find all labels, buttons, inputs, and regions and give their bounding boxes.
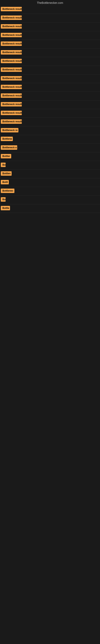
result-row: Bottleneck result (0, 48, 100, 57)
result-row: Bottlene (0, 135, 100, 144)
result-row: Bottleneck result (0, 40, 100, 48)
result-row: Bottleneck result (0, 31, 100, 40)
result-row: Bottlen (0, 170, 100, 178)
bottleneck-result-badge[interactable]: Bottleneck result (1, 76, 22, 80)
bottleneck-result-badge[interactable]: Bottleneck result (1, 102, 22, 106)
result-row: Bottleneck re (0, 126, 100, 135)
result-row: Bottleneck result (0, 109, 100, 118)
bottleneck-result-badge[interactable]: Bo (1, 162, 6, 167)
bottleneck-result-badge[interactable]: Bottleneck result (1, 111, 22, 115)
result-row: Bo (0, 196, 100, 204)
bottleneck-result-badge[interactable]: Bottlenec (1, 188, 14, 193)
bottleneck-result-badge[interactable]: Bottle (1, 206, 10, 210)
result-row: Bottleneck result (0, 14, 100, 22)
result-row: Bottleneck result (0, 66, 100, 74)
bottleneck-result-badge[interactable]: Bottleneck result (1, 42, 22, 46)
result-row: Bottleneck result (0, 92, 100, 100)
bottleneck-result-badge[interactable]: Bottleneck result (1, 7, 22, 11)
bottleneck-result-badge[interactable]: Bottleneck result (1, 16, 22, 20)
bottleneck-result-badge[interactable]: Bottleneck re (1, 128, 18, 132)
result-row: Bottleneck result (0, 74, 100, 83)
result-row: Bottleneck e (0, 144, 100, 152)
result-row: Bo (0, 161, 100, 170)
bottleneck-result-badge[interactable]: Bottlene (1, 137, 13, 141)
results-container: Bottleneck resultBottleneck resultBottle… (0, 5, 100, 213)
result-row: Bottle (0, 204, 100, 213)
result-row: Bottler (0, 152, 100, 161)
result-row: Bottleneck result (0, 22, 100, 31)
bottleneck-result-badge[interactable]: Bottleneck result (1, 33, 22, 37)
bottleneck-result-badge[interactable]: Bottler (1, 154, 11, 158)
result-row: Bottleneck result (0, 83, 100, 92)
bottleneck-result-badge[interactable]: Bottleneck result (1, 24, 22, 28)
bottleneck-result-badge[interactable]: Bottleneck e (1, 145, 17, 150)
bottleneck-result-badge[interactable]: Bottlen (1, 171, 12, 176)
result-row: Bottl (0, 178, 100, 187)
bottleneck-result-badge[interactable]: Bo (1, 197, 6, 202)
result-row: Bottleneck result (0, 57, 100, 66)
site-title: TheBottlenecker.com (0, 0, 100, 5)
result-row: Bottleneck result (0, 5, 100, 14)
bottleneck-result-badge[interactable]: Bottleneck result (1, 50, 22, 54)
bottleneck-result-badge[interactable]: Bottleneck result (1, 85, 22, 89)
bottleneck-result-badge[interactable]: Bottleneck result (1, 94, 22, 98)
result-row: Bottleneck result (0, 100, 100, 109)
result-row: Bottlenec (0, 187, 100, 196)
bottleneck-result-badge[interactable]: Bottleneck result (1, 119, 22, 124)
result-row: Bottleneck result (0, 118, 100, 126)
bottleneck-result-badge[interactable]: Bottleneck result (1, 59, 22, 63)
bottleneck-result-badge[interactable]: Bottleneck result (1, 68, 22, 72)
bottleneck-result-badge[interactable]: Bottl (1, 180, 9, 184)
